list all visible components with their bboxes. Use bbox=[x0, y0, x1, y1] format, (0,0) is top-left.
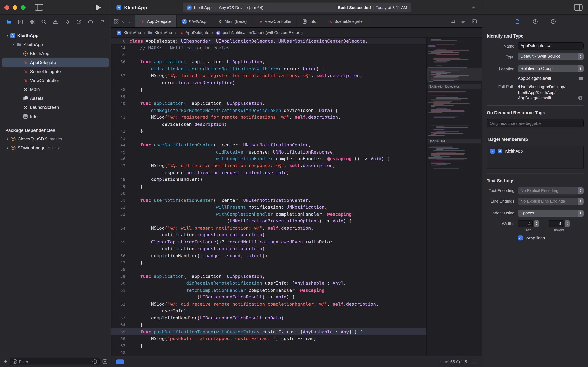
line-number[interactable]: 67 bbox=[112, 342, 130, 349]
find-navigator[interactable] bbox=[39, 17, 48, 26]
disclosure-triangle[interactable]: ▸ bbox=[5, 146, 11, 150]
code-line-62[interactable]: 62 NSLog("%@: did receive remote notific… bbox=[112, 301, 426, 308]
disclosure-triangle[interactable]: ▾ bbox=[11, 43, 17, 46]
disclosure-triangle[interactable]: ▸ bbox=[5, 137, 11, 141]
line-number[interactable] bbox=[112, 308, 130, 314]
project-navigator[interactable] bbox=[4, 17, 13, 26]
line-number[interactable]: 34 bbox=[112, 45, 130, 52]
line-number[interactable]: 53 bbox=[112, 211, 130, 218]
sidebar-item-viewcontroller[interactable]: ViewController bbox=[2, 76, 109, 85]
line-number[interactable]: 57 bbox=[112, 259, 130, 266]
forward-button[interactable]: › bbox=[127, 18, 132, 24]
indent-width-field[interactable]: 4 bbox=[549, 220, 563, 227]
sidebar-item-launchscreen[interactable]: LaunchScreen bbox=[2, 103, 109, 112]
sidebar-item-scenedelegate[interactable]: SceneDelegate bbox=[2, 67, 109, 76]
code-line-39[interactable]: 39 bbox=[112, 93, 426, 100]
line-number[interactable] bbox=[112, 121, 130, 128]
code-line-34[interactable]: 34 // MARK: - Notification Delegates bbox=[112, 45, 426, 52]
line-number[interactable] bbox=[112, 294, 130, 301]
breadcrumb-1[interactable]: KleithApp bbox=[148, 30, 172, 35]
line-number[interactable] bbox=[112, 107, 130, 114]
code-line-6[interactable]: 6class AppDelegate: UIResponder, UIAppli… bbox=[112, 38, 426, 45]
source-control-navigator[interactable] bbox=[16, 17, 25, 26]
line-number[interactable] bbox=[112, 169, 130, 176]
line-number[interactable]: 49 bbox=[112, 183, 130, 190]
line-number[interactable] bbox=[112, 217, 130, 225]
minimap[interactable]: Notification DelegatesHandle URL bbox=[426, 38, 482, 356]
code-line-35[interactable]: 35 bbox=[112, 52, 426, 58]
reveal-path-arrow-icon[interactable] bbox=[578, 95, 583, 100]
line-number[interactable]: 64 bbox=[112, 321, 130, 328]
code-line-63[interactable]: 63 completionHandler(UIBackgroundFetchRe… bbox=[112, 314, 426, 321]
line-number[interactable]: 44 bbox=[112, 142, 130, 149]
resource-tags-field[interactable]: Only resources are taggable bbox=[487, 119, 584, 127]
back-button[interactable]: ‹ bbox=[121, 18, 126, 24]
file-inspector-tab[interactable] bbox=[513, 17, 521, 25]
code-line-45[interactable]: 45 didReceive response: UNNotificationRe… bbox=[112, 149, 426, 155]
sidebar-item-kleithapp[interactable]: ▾KleithApp bbox=[2, 40, 109, 49]
line-number[interactable]: 58 bbox=[112, 266, 130, 273]
code-line-68[interactable]: 68 bbox=[112, 349, 426, 356]
line-number[interactable]: 43 bbox=[112, 134, 130, 142]
code-line-38[interactable]: 38 } bbox=[112, 86, 426, 93]
line-number[interactable]: 48 bbox=[112, 176, 130, 183]
line-number[interactable]: 68 bbox=[112, 349, 130, 356]
indent-width-stepper[interactable]: ▲▼ bbox=[565, 220, 570, 227]
code-line-46[interactable]: 46 withCompletionHandler completionHandl… bbox=[112, 155, 426, 162]
line-number[interactable]: 66 bbox=[112, 335, 130, 342]
line-number[interactable]: 37 bbox=[112, 72, 130, 79]
line-number[interactable]: 60 bbox=[112, 280, 130, 287]
type-popup[interactable]: Default - Swift Source ▲▼ bbox=[518, 53, 584, 60]
line-number[interactable]: 50 bbox=[112, 190, 130, 197]
code-line-wrap[interactable]: didFailToRegisterForRemoteNotificationsW… bbox=[112, 66, 426, 72]
activity-view[interactable]: KleithApp › Any iOS Device (arm64) Build… bbox=[182, 3, 411, 12]
line-number[interactable]: 52 bbox=[112, 204, 130, 211]
target-row[interactable]: ✓ KleithApp bbox=[490, 149, 580, 153]
code-line-wrap[interactable]: (UNNotificationPresentationOptions) -> V… bbox=[112, 217, 426, 225]
code-line-wrap[interactable]: didRegisterForRemoteNotificationsWithDev… bbox=[112, 107, 426, 114]
breadcrumb-2[interactable]: AppDelegate bbox=[179, 30, 209, 35]
sidebar-item-kleithapp[interactable]: ▾KleithApp bbox=[2, 31, 109, 40]
line-number[interactable]: 65 bbox=[112, 328, 130, 335]
location-popup[interactable]: Relative to Group ▲▼ bbox=[518, 65, 584, 72]
sidebar-item-info[interactable]: Info bbox=[2, 112, 109, 121]
line-number[interactable]: 41 bbox=[112, 114, 130, 121]
code-line-wrap[interactable]: (UIBackgroundFetchResult) -> Void) { bbox=[112, 294, 426, 301]
choose-folder-icon[interactable] bbox=[578, 76, 584, 81]
code-line-53[interactable]: 53 withCompletionHandler completionHandl… bbox=[112, 211, 426, 218]
wrap-lines-checkbox[interactable]: ✓ bbox=[518, 235, 523, 240]
code-line-44[interactable]: 44 func userNotificationCenter(_ center:… bbox=[112, 142, 426, 149]
breadcrumb-3[interactable]: MpushNotificationTapped(withCustomExtras… bbox=[216, 30, 303, 35]
code-line-52[interactable]: 52 willPresent notification: UNNotificat… bbox=[112, 204, 426, 211]
name-field[interactable]: AppDelegate.swift bbox=[518, 42, 584, 50]
code-line-56[interactable]: 56 completionHandler([.badge, .sound, .a… bbox=[112, 252, 426, 259]
line-number[interactable]: 61 bbox=[112, 287, 130, 294]
filter-input[interactable]: Filter bbox=[9, 358, 100, 365]
line-number[interactable]: 47 bbox=[112, 162, 130, 169]
code-line-47[interactable]: 47 NSLog("%@: did receive notification r… bbox=[112, 162, 426, 169]
tab-width-stepper[interactable]: ▲▼ bbox=[534, 220, 539, 227]
code-line-55[interactable]: 55 CleverTap.sharedInstance()?.recordNot… bbox=[112, 238, 426, 245]
add-filter-icon[interactable] bbox=[102, 359, 107, 364]
code-line-57[interactable]: 57 } bbox=[112, 259, 426, 266]
tab-width-field[interactable]: 4 bbox=[518, 220, 533, 227]
code-line-50[interactable]: 50 bbox=[112, 190, 426, 197]
line-number[interactable]: 62 bbox=[112, 301, 130, 308]
toggle-inspector-button[interactable] bbox=[574, 3, 583, 12]
code-line-51[interactable]: 51 func userNotificationCenter(_ center:… bbox=[112, 197, 426, 204]
scheme-name[interactable]: KleithApp bbox=[194, 5, 212, 10]
symbol-navigator[interactable] bbox=[27, 17, 36, 26]
recent-filter-icon[interactable] bbox=[92, 359, 97, 364]
code-line-66[interactable]: 66 NSLog("pushNotificationTapped: custom… bbox=[112, 335, 426, 342]
breakpoint-navigator[interactable] bbox=[86, 17, 95, 26]
related-items-icon[interactable] bbox=[114, 19, 119, 24]
run-button[interactable] bbox=[94, 3, 103, 12]
code-line-43[interactable]: 43 bbox=[112, 134, 426, 142]
line-number[interactable]: 51 bbox=[112, 197, 130, 204]
breakpoint-indicator[interactable] bbox=[116, 359, 124, 364]
quick-help-inspector-tab[interactable]: ? bbox=[549, 17, 557, 25]
editor-tab-viewcontroller[interactable]: ViewController bbox=[252, 15, 297, 27]
code-line-wrap[interactable]: userInfo) bbox=[112, 308, 426, 314]
editor-tab-main-base-[interactable]: Main (Base) bbox=[212, 15, 252, 27]
line-number[interactable]: 40 bbox=[112, 100, 130, 107]
